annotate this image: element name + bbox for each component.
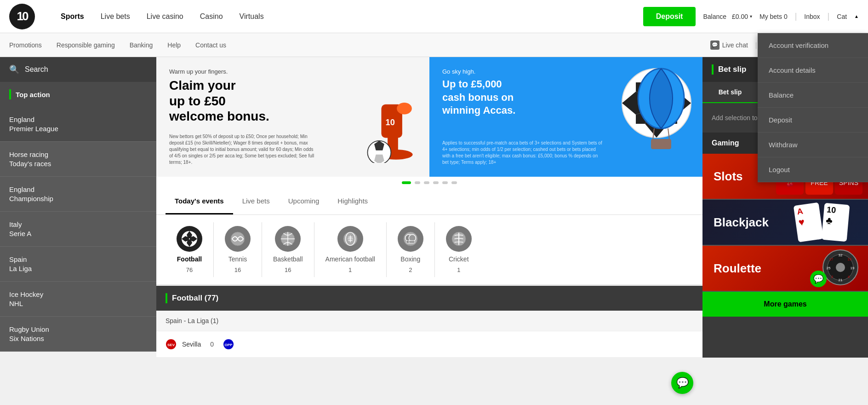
nav-banking[interactable]: Banking: [130, 41, 153, 49]
nav-live-bets[interactable]: Live bets: [101, 12, 130, 21]
tab-bet-slip[interactable]: Bet slip: [702, 82, 758, 102]
chat-icon: 💬: [710, 40, 720, 50]
bet-slip-title: Bet slip: [718, 65, 746, 74]
player-illustration: 10: [342, 71, 425, 163]
sidebar-item-england-championship[interactable]: EnglandChampionship: [0, 177, 156, 212]
svg-line-19: [653, 128, 654, 140]
svg-rect-21: [651, 139, 671, 149]
tab-todays-events[interactable]: Today's events: [166, 189, 233, 214]
sport-football[interactable]: Football 76: [166, 222, 214, 277]
sidebar-item-italy-serie-a[interactable]: ItalySerie A: [0, 212, 156, 247]
sport-basketball[interactable]: Basketball 16: [262, 222, 314, 277]
nav-sports[interactable]: Sports: [61, 12, 84, 21]
banners: Warm up your fingers. Claim yourup to £5…: [156, 57, 702, 177]
svg-text:15: 15: [848, 257, 852, 261]
league-header[interactable]: Spain - La Liga (1): [156, 311, 702, 331]
slider-dot-1[interactable]: [402, 181, 411, 184]
svg-text:32: 32: [839, 253, 843, 257]
sidebar-item-horse-racing[interactable]: Horse racingToday's races: [0, 142, 156, 177]
logo[interactable]: 10: [9, 4, 42, 29]
american-football-label: American football: [326, 255, 375, 263]
cricket-label: Cricket: [449, 255, 469, 263]
boxing-icon: [398, 226, 423, 252]
tennis-icon: [225, 226, 251, 252]
boxing-count: 2: [409, 266, 412, 273]
svg-point-50: [836, 263, 845, 272]
slider-dot-4[interactable]: [433, 181, 439, 184]
deposit-button[interactable]: Deposit: [643, 7, 696, 26]
nav-virtuals[interactable]: Virtuals: [240, 12, 264, 21]
my-bets[interactable]: My bets 0: [760, 13, 788, 20]
nav-help[interactable]: Help: [167, 41, 181, 49]
tab-upcoming[interactable]: Upcoming: [279, 189, 329, 214]
main-nav: Sports Live bets Live casino Casino Virt…: [61, 12, 643, 21]
sidebar-item-spain-la-liga[interactable]: SpainLa Liga: [0, 247, 156, 282]
inbox[interactable]: Inbox: [804, 13, 820, 20]
svg-text:21: 21: [839, 278, 843, 282]
football-label: Football: [177, 255, 202, 263]
content-area: Warm up your fingers. Claim yourup to £5…: [156, 57, 702, 358]
american-football-icon: [337, 226, 363, 252]
tab-live-bets[interactable]: Live bets: [233, 189, 279, 214]
tab-highlights[interactable]: Highlights: [328, 189, 377, 214]
cricket-count: 1: [457, 266, 460, 273]
nav-live-casino[interactable]: Live casino: [147, 12, 183, 21]
dropdown-account-verification[interactable]: Account verification: [758, 33, 868, 58]
search-bar[interactable]: 🔍 Search: [0, 57, 156, 82]
user-menu-icon[interactable]: ▲: [854, 14, 859, 19]
sport-tennis[interactable]: Tennis 16: [214, 222, 262, 277]
banner-welcome[interactable]: Warm up your fingers. Claim yourup to £5…: [156, 57, 429, 177]
nav-promotions[interactable]: Promotions: [9, 41, 42, 49]
search-icon: 🔍: [9, 64, 19, 75]
dropdown-deposit[interactable]: Deposit: [758, 108, 868, 133]
match-score: 0: [206, 341, 217, 348]
nav-contact[interactable]: Contact us: [195, 41, 226, 49]
match-row[interactable]: SEV Sevilla 0 OPP: [156, 331, 702, 358]
top-action-label: Top action: [16, 91, 50, 98]
cricket-icon: [446, 226, 472, 252]
dropdown-account-details[interactable]: Account details: [758, 58, 868, 83]
nav-casino[interactable]: Casino: [200, 12, 223, 21]
more-games-button[interactable]: More games: [702, 292, 868, 317]
balance-label: Balance: [703, 13, 726, 20]
slider-dot-6[interactable]: [451, 181, 457, 184]
sidebar-item-rugby-union[interactable]: Rugby UnionSix Nations: [0, 317, 156, 352]
basketball-icon: [275, 226, 301, 252]
logo-circle: 10: [9, 4, 35, 29]
live-chat-label: Live chat: [722, 41, 748, 49]
secondary-nav-links: Promotions Responsible gaming Banking He…: [9, 41, 710, 49]
gaming-title: Gaming: [712, 139, 739, 147]
user-name[interactable]: Cat: [837, 13, 847, 20]
gaming-blackjack[interactable]: Blackjack A ♥ 10 ♣: [702, 200, 868, 246]
american-football-count: 1: [348, 266, 352, 273]
dropdown-menu: Account verification Account details Bal…: [758, 33, 868, 182]
sport-american-football[interactable]: American football 1: [314, 222, 387, 277]
basketball-label: Basketball: [273, 255, 303, 263]
balance-display[interactable]: Balance £0.00 ▾: [703, 13, 752, 20]
sidebar-item-england-premier[interactable]: EnglandPremier League: [0, 107, 156, 142]
svg-text:19: 19: [851, 266, 855, 270]
slider-dot-5[interactable]: [442, 181, 448, 184]
banner-left-fine-print: New bettors get 50% of deposit up to £50…: [169, 133, 318, 166]
dropdown-withdraw[interactable]: Withdraw: [758, 133, 868, 157]
slots-title: Slots: [714, 169, 743, 184]
slider-dot-3[interactable]: [424, 181, 429, 184]
roulette-title: Roulette: [714, 261, 761, 276]
section-title: Football (77): [172, 294, 218, 303]
live-chat-button[interactable]: 💬 Live chat: [710, 40, 748, 50]
banner-acca[interactable]: Go sky high. Up to £5,000cash bonus onwi…: [429, 57, 702, 177]
team-icon: SEV: [166, 339, 177, 350]
sport-boxing[interactable]: Boxing 2: [387, 222, 435, 277]
separator3: |: [755, 41, 757, 49]
sport-cricket[interactable]: Cricket 1: [435, 222, 483, 277]
dropdown-logout[interactable]: Logout: [758, 157, 868, 182]
green-accent-bar: [9, 89, 11, 99]
nav-responsible-gaming[interactable]: Responsible gaming: [57, 41, 115, 49]
svg-text:25: 25: [827, 266, 831, 270]
svg-point-7: [397, 103, 412, 114]
gaming-roulette[interactable]: Roulette 32 15 19 4 21 2 25: [702, 246, 868, 292]
dropdown-balance[interactable]: Balance: [758, 83, 868, 108]
sidebar-item-ice-hockey-nhl[interactable]: Ice HockeyNHL: [0, 282, 156, 317]
slider-dot-2[interactable]: [415, 181, 420, 184]
hot-air-balloon-icon: [634, 66, 689, 149]
